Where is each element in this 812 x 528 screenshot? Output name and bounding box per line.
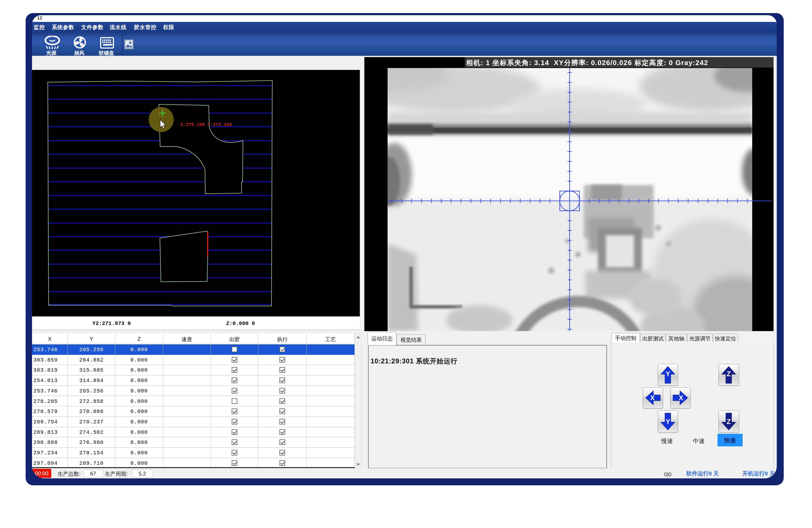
svg-text:X: X [679, 394, 683, 401]
svg-text:Y: Y [666, 418, 670, 425]
svg-text:X: X [650, 394, 655, 401]
svg-text:Z: Z [727, 370, 730, 378]
svg-text:Z: Z [727, 418, 730, 425]
svg-text:Y: Y [666, 370, 670, 378]
svg-text:X:279.150 Y:273.326: X:279.150 Y:273.326 [180, 122, 232, 127]
